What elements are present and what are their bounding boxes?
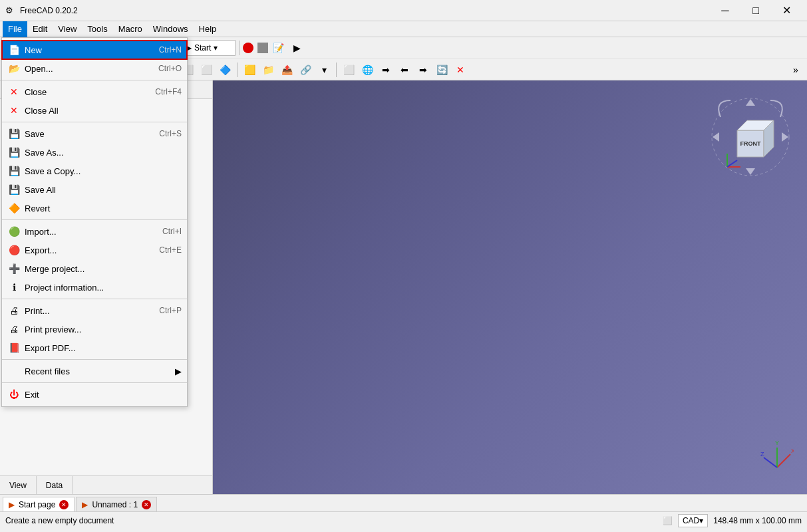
svg-text:Z: Z bbox=[760, 451, 764, 458]
status-icon: ⬜ bbox=[663, 516, 673, 525]
tab-unnamed-close[interactable]: ✕ bbox=[142, 500, 151, 509]
canvas-area: FRONT X Y Z bbox=[213, 80, 807, 494]
svg-line-7 bbox=[727, 160, 737, 167]
sync-button[interactable]: 🔄 bbox=[433, 61, 450, 78]
close-button[interactable]: ✕ bbox=[771, 0, 802, 21]
menu-save-as[interactable]: 💾 Save As... bbox=[2, 143, 187, 162]
menu-bar: File Edit View Tools Macro Windows Help bbox=[0, 21, 807, 37]
status-message: Create a new empty document bbox=[5, 516, 663, 525]
view7-button[interactable]: 🔷 bbox=[216, 61, 234, 78]
menu-exit[interactable]: ⏻ Exit bbox=[2, 385, 187, 404]
close-shortcut: Ctrl+F4 bbox=[155, 87, 182, 96]
menu-view[interactable]: View bbox=[53, 21, 82, 37]
recent-files-label: Recent files bbox=[25, 366, 172, 376]
menu-close[interactable]: ✕ Close Ctrl+F4 bbox=[2, 82, 187, 101]
new-label: New bbox=[25, 45, 159, 55]
close-icon: ✕ bbox=[7, 85, 21, 98]
menu-revert[interactable]: 🔶 Revert bbox=[2, 199, 187, 217]
exit-label: Exit bbox=[25, 390, 182, 400]
menu-print[interactable]: 🖨 Print... Ctrl+P bbox=[2, 301, 187, 320]
menu-close-all[interactable]: ✕ Close All bbox=[2, 101, 187, 120]
tab-data[interactable]: Data bbox=[37, 476, 73, 494]
nav-next-button[interactable]: ➡ bbox=[377, 61, 395, 78]
clip-button[interactable]: ⬜ bbox=[340, 61, 357, 78]
play-button[interactable]: ▶ bbox=[288, 39, 305, 57]
tab-start-label: Start page bbox=[19, 500, 55, 509]
sep1 bbox=[2, 80, 187, 80]
submenu-arrow-icon: ▶ bbox=[175, 366, 182, 376]
tab-unnamed-label: Unnamed : 1 bbox=[92, 500, 138, 509]
maximize-button[interactable]: □ bbox=[740, 0, 771, 21]
import-shortcut: Ctrl+I bbox=[162, 227, 182, 236]
new-icon: 📄 bbox=[7, 43, 21, 57]
menu-edit[interactable]: Edit bbox=[27, 21, 53, 37]
viewport[interactable]: FRONT X Y Z bbox=[213, 80, 807, 494]
close-all-icon: ✕ bbox=[7, 104, 21, 117]
app-icon: ⚙ bbox=[5, 5, 16, 16]
export-btn[interactable]: 📤 bbox=[278, 61, 295, 78]
exit-icon: ⏻ bbox=[7, 388, 21, 401]
export-pdf-icon: 📕 bbox=[7, 341, 21, 354]
nav-forward-button[interactable]: ➡ bbox=[414, 61, 432, 78]
folder-button[interactable]: 📁 bbox=[259, 61, 277, 78]
minimize-button[interactable]: ─ bbox=[710, 0, 740, 21]
svg-text:Y: Y bbox=[775, 440, 779, 446]
open-shortcut: Ctrl+O bbox=[158, 64, 182, 73]
export-shortcut: Ctrl+E bbox=[159, 245, 182, 255]
record-icon bbox=[243, 43, 253, 53]
close-doc-button[interactable]: ✕ bbox=[452, 61, 469, 78]
menu-save[interactable]: 💾 Save Ctrl+S bbox=[2, 124, 187, 143]
workbench-dropdown[interactable]: ▶ Start ▾ bbox=[182, 40, 236, 56]
cad-button[interactable]: CAD ▾ bbox=[678, 514, 708, 527]
print-icon: 🖨 bbox=[7, 304, 21, 317]
tab-unnamed[interactable]: ▶ Unnamed : 1 ✕ bbox=[76, 497, 157, 511]
menu-macro[interactable]: Macro bbox=[113, 21, 148, 37]
recent-files-icon bbox=[7, 364, 21, 378]
shape-button[interactable]: 🟨 bbox=[241, 61, 258, 78]
menu-save-all[interactable]: 💾 Save All bbox=[2, 180, 187, 199]
toolbar-expand[interactable]: » bbox=[787, 61, 804, 78]
menu-print-preview[interactable]: 🖨 Print preview... bbox=[2, 320, 187, 338]
save-copy-icon: 💾 bbox=[7, 164, 21, 178]
svg-line-12 bbox=[764, 458, 777, 467]
print-shortcut: Ctrl+P bbox=[159, 306, 182, 315]
macro-edit-button[interactable]: 📝 bbox=[269, 39, 287, 57]
menu-tools[interactable]: Tools bbox=[82, 21, 112, 37]
close-label: Close bbox=[25, 87, 155, 97]
sep3 bbox=[239, 41, 240, 55]
tab-start-close[interactable]: ✕ bbox=[59, 500, 69, 509]
menu-new[interactable]: 📄 New Ctrl+N bbox=[2, 41, 187, 59]
tab-view[interactable]: View bbox=[0, 476, 37, 494]
link-dropdown[interactable]: ▾ bbox=[315, 61, 333, 78]
revert-label: Revert bbox=[25, 203, 182, 213]
print-preview-label: Print preview... bbox=[25, 325, 182, 334]
menu-export[interactable]: 🔴 Export... Ctrl+E bbox=[2, 241, 187, 259]
menu-export-pdf[interactable]: 📕 Export PDF... bbox=[2, 338, 187, 357]
menu-windows[interactable]: Windows bbox=[148, 21, 194, 37]
menu-project-info[interactable]: ℹ Project information... bbox=[2, 278, 187, 297]
export-icon: 🔴 bbox=[7, 243, 21, 257]
stop-icon bbox=[257, 43, 268, 53]
menu-file[interactable]: File bbox=[3, 21, 27, 37]
sep5 bbox=[237, 63, 238, 77]
sep4 bbox=[2, 299, 187, 299]
open-icon: 📂 bbox=[7, 62, 21, 75]
link-button[interactable]: 🔗 bbox=[297, 61, 314, 78]
menu-open[interactable]: 📂 Open... Ctrl+O bbox=[2, 59, 187, 78]
revert-icon: 🔶 bbox=[7, 201, 21, 215]
menu-import[interactable]: 🟢 Import... Ctrl+I bbox=[2, 222, 187, 241]
menu-recent-files[interactable]: Recent files ▶ bbox=[2, 362, 187, 380]
globe-button[interactable]: 🌐 bbox=[359, 61, 376, 78]
cube-navigator[interactable]: FRONT bbox=[707, 94, 794, 180]
view6-button[interactable]: ⬜ bbox=[198, 61, 215, 78]
menu-merge[interactable]: ➕ Merge project... bbox=[2, 259, 187, 278]
tab-bar: ▶ Start page ✕ ▶ Unnamed : 1 ✕ bbox=[0, 494, 807, 511]
nav-prev-button[interactable]: ⬅ bbox=[396, 61, 413, 78]
menu-help[interactable]: Help bbox=[194, 21, 222, 37]
file-dropdown-overlay: 📄 New Ctrl+N 📂 Open... Ctrl+O ✕ Close Ct… bbox=[1, 37, 188, 407]
sep2 bbox=[2, 122, 187, 122]
svg-text:FRONT: FRONT bbox=[740, 140, 761, 147]
export-label: Export... bbox=[25, 245, 159, 255]
tab-start-page[interactable]: ▶ Start page ✕ bbox=[3, 497, 75, 511]
menu-save-copy[interactable]: 💾 Save a Copy... bbox=[2, 162, 187, 180]
